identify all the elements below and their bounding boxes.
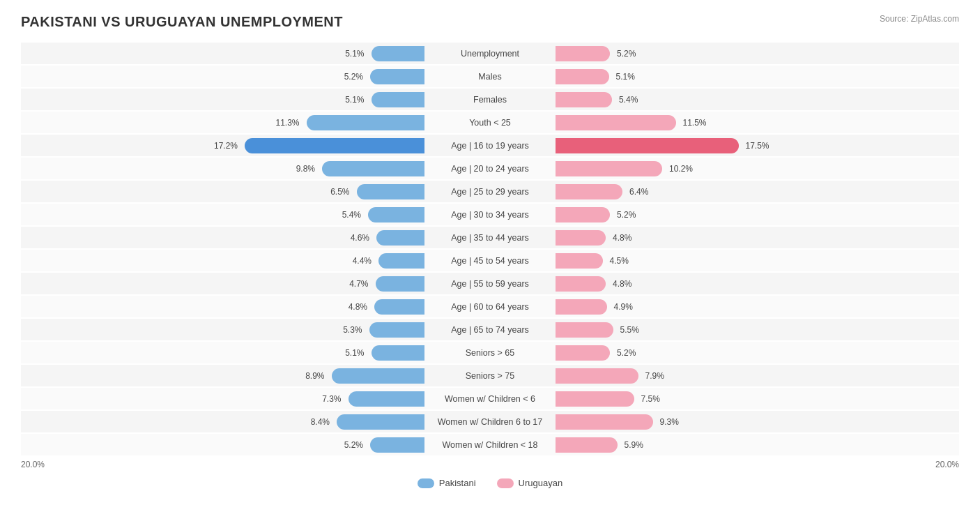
bar-row: 8.4% Women w/ Children 6 to 17 9.3% xyxy=(21,411,959,434)
right-bar xyxy=(556,207,610,222)
legend-item-uruguayan: Uruguayan xyxy=(497,478,563,488)
right-bar-area: 9.3% xyxy=(553,414,959,430)
axis-center xyxy=(427,460,553,469)
left-bar-area: 8.4% xyxy=(21,414,427,430)
right-bar-area: 7.5% xyxy=(553,391,959,407)
right-bar-area: 4.9% xyxy=(553,299,959,315)
center-label: Seniors > 65 xyxy=(427,348,553,358)
left-value: 8.4% xyxy=(311,417,330,427)
right-value: 17.5% xyxy=(746,141,770,151)
left-bar xyxy=(368,207,424,222)
left-bar xyxy=(376,230,424,246)
right-value: 5.2% xyxy=(617,49,636,59)
left-value: 4.6% xyxy=(351,233,369,243)
right-bar-area: 4.5% xyxy=(553,253,959,269)
left-value: 5.4% xyxy=(342,210,361,220)
right-bar xyxy=(556,414,653,430)
chart-title: PAKISTANI VS URUGUAYAN UNEMPLOYMENT xyxy=(21,14,343,30)
right-value: 5.4% xyxy=(619,95,638,105)
left-bar xyxy=(349,391,425,407)
center-label: Women w/ Children < 6 xyxy=(427,394,553,404)
right-bar-area: 17.5% xyxy=(553,138,959,153)
center-label: Women w/ Children 6 to 17 xyxy=(427,417,553,427)
right-bar xyxy=(556,437,618,453)
right-bar xyxy=(556,115,676,130)
left-value: 4.4% xyxy=(353,256,372,266)
bar-row: 7.3% Women w/ Children < 6 7.5% xyxy=(21,388,959,411)
left-bar-area: 6.5% xyxy=(21,184,427,199)
left-value: 17.2% xyxy=(214,141,238,151)
bar-row: 5.3% Age | 65 to 74 years 5.5% xyxy=(21,319,959,342)
right-value: 7.9% xyxy=(645,371,664,381)
right-value: 5.2% xyxy=(617,210,636,220)
right-bar-area: 5.2% xyxy=(553,207,959,222)
bar-row: 11.3% Youth < 25 11.5% xyxy=(21,112,959,135)
center-label: Age | 20 to 24 years xyxy=(427,164,553,174)
left-bar xyxy=(369,322,425,338)
left-value: 4.7% xyxy=(349,279,368,289)
center-label: Males xyxy=(427,72,553,82)
right-bar xyxy=(556,69,609,84)
left-bar xyxy=(372,92,425,107)
center-label: Age | 45 to 54 years xyxy=(427,256,553,266)
left-bar xyxy=(370,69,424,84)
left-value: 9.8% xyxy=(296,164,315,174)
left-value: 5.3% xyxy=(343,325,362,335)
bar-row: 17.2% Age | 16 to 19 years 17.5% xyxy=(21,135,959,158)
right-value: 4.8% xyxy=(613,233,631,243)
center-label: Age | 25 to 29 years xyxy=(427,187,553,197)
rows-area: 5.1% Unemployment 5.2% 5.2% Males 5.1% 5… xyxy=(21,43,959,457)
left-value: 5.1% xyxy=(345,348,364,358)
chart-source: Source: ZipAtlas.com xyxy=(880,14,959,24)
right-bar-area: 4.8% xyxy=(553,276,959,292)
right-value: 5.5% xyxy=(620,325,639,335)
left-bar-area: 4.8% xyxy=(21,299,427,315)
axis-row: 20.0% 20.0% xyxy=(21,457,959,471)
chart-container: PAKISTANI VS URUGUAYAN UNEMPLOYMENT Sour… xyxy=(0,0,980,509)
bar-row: 8.9% Seniors > 75 7.9% xyxy=(21,365,959,388)
left-bar xyxy=(322,161,424,176)
center-label: Females xyxy=(427,95,553,105)
right-value: 4.9% xyxy=(614,302,633,312)
left-value: 5.1% xyxy=(345,49,364,59)
bar-row: 4.8% Age | 60 to 64 years 4.9% xyxy=(21,296,959,319)
right-bar xyxy=(556,345,610,361)
bar-row: 5.4% Age | 30 to 34 years 5.2% xyxy=(21,204,959,227)
center-label: Seniors > 75 xyxy=(427,371,553,381)
left-bar-area: 9.8% xyxy=(21,161,427,176)
right-value: 11.5% xyxy=(683,118,707,128)
center-label: Age | 60 to 64 years xyxy=(427,302,553,312)
center-label: Age | 35 to 44 years xyxy=(427,233,553,243)
right-bar xyxy=(556,276,606,292)
right-bar xyxy=(556,46,610,61)
right-bar xyxy=(556,253,603,269)
left-bar-area: 5.4% xyxy=(21,207,427,222)
left-bar xyxy=(378,253,424,269)
left-bar xyxy=(307,115,425,130)
left-bar xyxy=(337,414,424,430)
left-value: 8.9% xyxy=(305,371,324,381)
bar-row: 5.1% Females 5.4% xyxy=(21,89,959,112)
left-bar xyxy=(374,299,424,315)
left-bar-area: 5.1% xyxy=(21,345,427,361)
left-bar-area: 4.6% xyxy=(21,230,427,246)
legend-swatch-uruguayan xyxy=(497,478,514,488)
legend-label-uruguayan: Uruguayan xyxy=(519,478,563,488)
right-bar xyxy=(556,322,613,338)
right-value: 4.5% xyxy=(610,256,629,266)
right-bar-area: 5.9% xyxy=(553,437,959,453)
right-value: 5.2% xyxy=(617,348,636,358)
left-bar xyxy=(332,368,425,384)
center-label: Women w/ Children < 18 xyxy=(427,440,553,450)
center-label: Age | 55 to 59 years xyxy=(427,279,553,289)
legend-label-pakistani: Pakistani xyxy=(439,478,476,488)
center-label: Age | 16 to 19 years xyxy=(427,141,553,151)
left-bar-area: 17.2% xyxy=(21,138,427,153)
right-value: 9.3% xyxy=(660,417,679,427)
left-bar-area: 11.3% xyxy=(21,115,427,130)
bar-row: 5.2% Women w/ Children < 18 5.9% xyxy=(21,434,959,457)
right-bar xyxy=(556,299,607,315)
right-bar xyxy=(556,92,612,107)
right-bar-area: 7.9% xyxy=(553,368,959,384)
axis-left: 20.0% xyxy=(21,460,427,469)
